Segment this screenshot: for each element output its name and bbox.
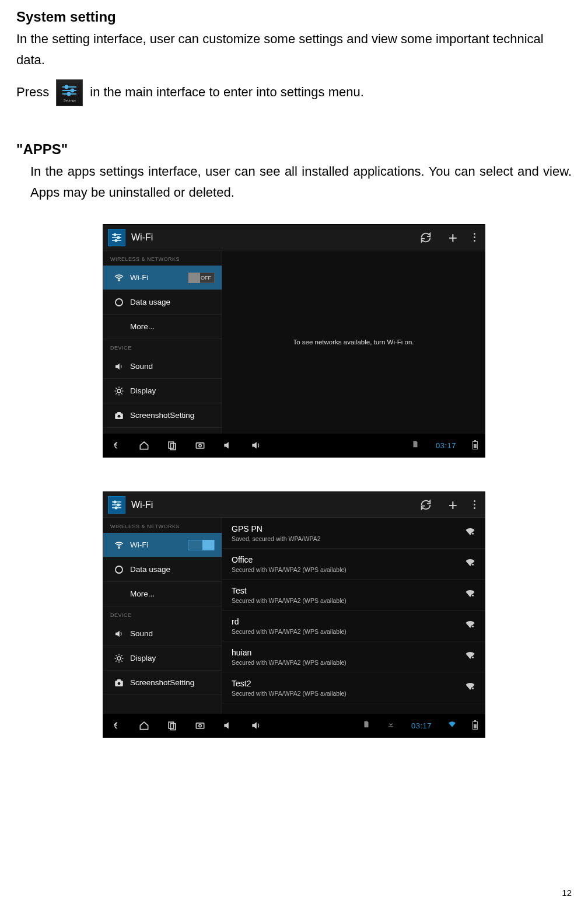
- svg-point-24: [118, 414, 121, 417]
- sidebar-item-sound[interactable]: Sound: [103, 354, 222, 379]
- svg-point-38: [117, 657, 121, 660]
- wifi-network-item[interactable]: GPS PN Saved, secured with WPA/WPA2: [222, 518, 485, 549]
- network-security: Secured with WPA/WPA2 (WPS available): [232, 690, 465, 697]
- sdcard-icon: [411, 440, 419, 451]
- network-security: Secured with WPA/WPA2 (WPS available): [232, 659, 465, 666]
- sidebar-item-data-usage[interactable]: Data usage: [103, 557, 222, 582]
- overflow-menu-icon[interactable]: [474, 233, 475, 242]
- svg-point-48: [118, 682, 121, 685]
- volume-up-icon[interactable]: [250, 439, 262, 451]
- wifi-network-item[interactable]: rd Secured with WPA/WPA2 (WPS available): [222, 611, 485, 641]
- screenshot-nav-icon[interactable]: [194, 439, 206, 451]
- svg-rect-64: [196, 723, 204, 728]
- network-security: Secured with WPA/WPA2 (WPS available): [232, 597, 465, 604]
- sidebar-label-display: Display: [130, 386, 156, 395]
- settings-icon[interactable]: [108, 496, 125, 514]
- refresh-icon[interactable]: [419, 498, 432, 511]
- network-name: huian: [232, 648, 465, 657]
- sidebar-item-wifi[interactable]: Wi-Fi ON: [103, 533, 222, 557]
- sidebar-label-wifi: Wi-Fi: [130, 273, 182, 282]
- sidebar-label-wifi: Wi-Fi: [130, 540, 182, 549]
- svg-line-43: [116, 655, 117, 656]
- back-icon[interactable]: [110, 720, 122, 731]
- settings-icon[interactable]: [108, 229, 125, 246]
- action-bar-title: Wi-Fi: [131, 500, 153, 510]
- add-network-icon[interactable]: +: [449, 230, 457, 245]
- svg-point-3: [71, 89, 74, 92]
- svg-point-35: [115, 507, 117, 509]
- sidebar-item-sound[interactable]: Sound: [103, 622, 222, 646]
- volume-down-icon[interactable]: [222, 720, 234, 731]
- wifi-network-item[interactable]: Test Secured with WPA/WPA2 (WPS availabl…: [222, 580, 485, 611]
- home-icon[interactable]: [138, 439, 150, 451]
- back-icon[interactable]: [110, 439, 122, 451]
- volume-down-icon[interactable]: [222, 439, 234, 451]
- svg-line-20: [121, 393, 123, 395]
- action-bar: Wi-Fi +: [103, 225, 485, 250]
- download-icon: [387, 720, 395, 731]
- status-clock: 03:17: [436, 441, 456, 450]
- svg-rect-28: [196, 443, 204, 448]
- svg-rect-57: [472, 626, 474, 627]
- sidebar-item-more[interactable]: More...: [103, 582, 222, 606]
- recent-apps-icon[interactable]: [166, 439, 178, 451]
- sdcard-icon: [362, 720, 370, 731]
- svg-rect-25: [117, 412, 121, 414]
- sidebar-item-display[interactable]: Display: [103, 646, 222, 671]
- battery-icon: [473, 441, 478, 449]
- screenshot-wifi-on: Wi-Fi + WIRELESS & NETWORKS Wi-Fi: [103, 491, 485, 738]
- overflow-menu-icon[interactable]: [474, 500, 475, 509]
- add-network-icon[interactable]: +: [449, 497, 457, 512]
- refresh-icon[interactable]: [419, 231, 432, 244]
- settings-app-icon: Settings: [56, 79, 83, 106]
- svg-point-11: [115, 239, 117, 242]
- wifi-secure-icon: [465, 557, 475, 570]
- svg-rect-49: [117, 679, 121, 681]
- svg-rect-53: [472, 564, 474, 565]
- svg-line-46: [121, 655, 123, 656]
- volume-up-icon[interactable]: [250, 720, 262, 731]
- wifi-secure-icon: [465, 681, 475, 694]
- sidebar-item-screenshot[interactable]: ScreenshotSetting: [103, 403, 222, 428]
- svg-line-21: [116, 393, 117, 395]
- network-security: Saved, secured with WPA/WPA2: [232, 535, 465, 542]
- sidebar-item-screenshot[interactable]: ScreenshotSetting: [103, 671, 222, 695]
- svg-point-31: [114, 501, 116, 503]
- settings-sidebar: WIRELESS & NETWORKS Wi-Fi OFF Data usage: [103, 250, 222, 434]
- wifi-status-icon: [448, 720, 456, 731]
- wifi-toggle[interactable]: OFF: [188, 273, 215, 283]
- action-bar: Wi-Fi +: [103, 492, 485, 518]
- wifi-network-item[interactable]: Office Secured with WPA/WPA2 (WPS availa…: [222, 549, 485, 580]
- heading-apps: "APPS": [16, 141, 572, 158]
- wifi-network-item[interactable]: huian Secured with WPA/WPA2 (WPS availab…: [222, 641, 485, 672]
- svg-point-37: [116, 566, 123, 573]
- battery-icon: [473, 721, 478, 730]
- sound-icon: [114, 361, 124, 372]
- sidebar-item-more[interactable]: More...: [103, 315, 222, 339]
- wifi-content-empty: To see networks available, turn Wi-Fi on…: [222, 250, 485, 434]
- sidebar-item-data-usage[interactable]: Data usage: [103, 290, 222, 315]
- sidebar-label-screenshot: ScreenshotSetting: [130, 678, 194, 687]
- recent-apps-icon[interactable]: [166, 720, 178, 731]
- sidebar-item-display[interactable]: Display: [103, 379, 222, 403]
- wifi-secure-icon: [465, 619, 475, 632]
- camera-icon: [114, 410, 124, 421]
- screenshot-nav-icon[interactable]: [194, 720, 206, 731]
- page-number: 12: [562, 888, 572, 898]
- sliders-icon: [61, 83, 78, 97]
- sidebar-label-more: More...: [130, 589, 155, 598]
- data-usage-icon: [114, 564, 124, 575]
- wifi-toggle[interactable]: ON: [188, 540, 215, 550]
- system-navbar: 03:17: [103, 714, 485, 737]
- svg-point-29: [199, 444, 201, 446]
- svg-point-65: [199, 724, 201, 727]
- screenshot-wifi-off: Wi-Fi + WIRELESS & NETWORKS Wi-Fi: [103, 224, 485, 458]
- section-wireless: WIRELESS & NETWORKS: [103, 250, 222, 266]
- wifi-network-item[interactable]: Test2 Secured with WPA/WPA2 (WPS availab…: [222, 672, 485, 703]
- wifi-off-message: To see networks available, turn Wi-Fi on…: [293, 339, 414, 346]
- sidebar-item-wifi[interactable]: Wi-Fi OFF: [103, 266, 222, 290]
- settings-tile-label: Settings: [63, 99, 76, 102]
- svg-point-33: [117, 504, 120, 506]
- home-icon[interactable]: [138, 720, 150, 731]
- status-clock: 03:17: [411, 721, 432, 730]
